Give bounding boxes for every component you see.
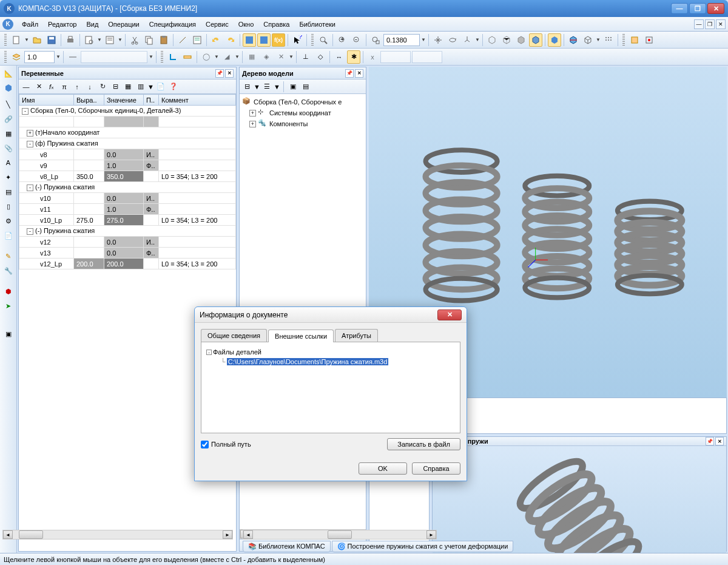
- zoom-dropdown[interactable]: ▼: [421, 37, 426, 42]
- table-row[interactable]: v8: [19, 149, 74, 160]
- lt-cube-icon[interactable]: [2, 81, 15, 95]
- vars-doc-icon[interactable]: 📄: [155, 81, 167, 93]
- file-group-node[interactable]: - Файлы деталей: [206, 347, 455, 357]
- tree-root[interactable]: 📦 Сборка (Тел-0, Сборочных е: [242, 96, 363, 107]
- zoom-window-button[interactable]: [369, 33, 382, 47]
- vars-tree-icon[interactable]: ⊟: [109, 81, 121, 93]
- vars-up-icon[interactable]: ↑: [71, 81, 83, 93]
- copy-button[interactable]: [143, 33, 156, 47]
- zoom-out-button[interactable]: -: [350, 33, 363, 47]
- measure-button[interactable]: [181, 50, 194, 64]
- mt-tree-icon[interactable]: ⊟: [241, 81, 253, 93]
- tab-attributes[interactable]: Атрибуты: [335, 329, 378, 342]
- rotate-button[interactable]: [446, 33, 459, 47]
- lt-stop-icon[interactable]: ⬢: [2, 285, 15, 298]
- pan-button[interactable]: [431, 33, 445, 47]
- lt-grid-icon[interactable]: ▦: [2, 127, 15, 140]
- expander-icon[interactable]: +: [249, 121, 256, 127]
- dim-button[interactable]: ↔: [332, 50, 346, 64]
- menu-operations[interactable]: Операции: [103, 19, 144, 30]
- file-path-node[interactable]: └ C:\Users\Глазунов\Documents\Пружина сж…: [206, 357, 455, 367]
- lt-sketch-icon[interactable]: ✎: [2, 249, 15, 263]
- vars-dash-icon[interactable]: —: [20, 81, 32, 93]
- expander-icon[interactable]: -: [206, 350, 212, 355]
- table-row[interactable]: v10: [19, 193, 74, 204]
- close-button[interactable]: ✕: [707, 3, 724, 14]
- dialog-titlebar[interactable]: Информация о документе ✕: [195, 307, 467, 323]
- open-button[interactable]: [30, 33, 44, 47]
- tree-node[interactable]: + ⊹ Системы координат: [242, 107, 363, 118]
- lt-gear-icon[interactable]: ⚙: [2, 214, 15, 228]
- table-row[interactable]: v13: [19, 248, 74, 259]
- link-button[interactable]: ✱: [347, 50, 360, 64]
- lt-text-icon[interactable]: A: [2, 156, 15, 169]
- style-button[interactable]: [66, 50, 79, 64]
- close-icon[interactable]: ✕: [355, 69, 363, 78]
- tab-external-links[interactable]: Внешние ссылки: [268, 330, 334, 342]
- pin-icon[interactable]: 📌: [215, 69, 224, 78]
- zoom-in-button[interactable]: +: [335, 33, 349, 47]
- properties-button[interactable]: [190, 33, 204, 47]
- panel2-button[interactable]: [257, 33, 271, 47]
- new-button[interactable]: [10, 33, 23, 47]
- bottom-tab-spring[interactable]: 🌀 Построение пружины сжатия с учетом деф…: [332, 541, 514, 552]
- section-button[interactable]: [567, 33, 580, 47]
- table-row[interactable]: -(-) Пружина сжатия: [19, 226, 236, 237]
- vars-col-icon[interactable]: ▥: [135, 81, 147, 93]
- lt-clip-icon[interactable]: 📎: [2, 141, 15, 155]
- lt-link-icon[interactable]: 🔗: [2, 112, 15, 126]
- ortho-button[interactable]: ⊥: [299, 50, 312, 64]
- table-row[interactable]: v12_Lp: [19, 259, 74, 269]
- vars-pi-icon[interactable]: π: [58, 81, 70, 93]
- orient-button[interactable]: [460, 33, 474, 47]
- menu-editor[interactable]: Редактор: [43, 19, 81, 30]
- full-path-checkbox-row[interactable]: Полный путь: [201, 441, 251, 448]
- toolbar-grip[interactable]: [4, 34, 7, 46]
- vars-down-icon[interactable]: ↓: [84, 81, 96, 93]
- snap3-button[interactable]: ◇: [314, 50, 327, 64]
- spec-dropdown[interactable]: ▼: [118, 37, 123, 42]
- print-button[interactable]: [64, 33, 77, 47]
- new-dropdown[interactable]: ▼: [24, 37, 29, 42]
- close-icon[interactable]: ✕: [715, 437, 724, 445]
- zoom-input[interactable]: [383, 34, 420, 46]
- col-name[interactable]: Имя: [19, 95, 74, 106]
- lt-list-icon[interactable]: ▤: [2, 185, 15, 198]
- mt-list-icon[interactable]: ☰: [261, 81, 273, 93]
- layers-button[interactable]: [10, 50, 23, 64]
- snap2-button[interactable]: ◈: [260, 50, 273, 64]
- help-pointer-button[interactable]: ?: [291, 33, 304, 47]
- menu-app-icon[interactable]: K: [2, 19, 13, 30]
- table-row[interactable]: +(т)Начало координат: [19, 127, 236, 138]
- col-expr[interactable]: Выра..: [74, 95, 104, 106]
- vars-hscroll[interactable]: ◄►: [2, 530, 233, 540]
- vars-help-icon[interactable]: ❓: [167, 81, 180, 93]
- eraser-button[interactable]: ◢: [220, 50, 234, 64]
- perspective-button[interactable]: [548, 33, 561, 47]
- tab-general[interactable]: Общие сведения: [201, 329, 267, 342]
- close-icon[interactable]: ✕: [225, 69, 234, 78]
- line-width-input[interactable]: [24, 51, 55, 63]
- menu-window[interactable]: Окно: [234, 19, 259, 30]
- rebuild-button[interactable]: [628, 33, 641, 47]
- fx-button[interactable]: f(x): [272, 33, 285, 47]
- dialog-close-button[interactable]: ✕: [437, 310, 462, 320]
- table-row[interactable]: -Сборка (Тел-0, Сборочных единиц-0, Дета…: [19, 106, 236, 117]
- menu-libraries[interactable]: Библиотеки: [294, 19, 340, 30]
- lt-edit-icon[interactable]: 📐: [2, 67, 15, 80]
- menu-help[interactable]: Справка: [258, 19, 294, 30]
- shaded-edges-button[interactable]: [529, 33, 542, 47]
- vars-fx-icon[interactable]: fₓ: [46, 81, 58, 93]
- mt-split-icon[interactable]: ▤: [300, 81, 312, 93]
- coord-x-button[interactable]: x: [366, 50, 379, 64]
- lt-tree-icon[interactable]: ▯: [2, 200, 15, 213]
- snap-button[interactable]: [642, 33, 656, 47]
- save-button[interactable]: [45, 33, 58, 47]
- table-row[interactable]: v12: [19, 237, 74, 248]
- mt-view-icon[interactable]: ▣: [287, 81, 299, 93]
- lt-compass-icon[interactable]: ✦: [2, 171, 15, 184]
- bottom-tab-libraries[interactable]: 📚 Библиотеки КОМПАС: [243, 541, 331, 552]
- table-row[interactable]: -(ф) Пружина сжатия: [19, 138, 236, 149]
- spec-button[interactable]: [103, 33, 116, 47]
- vars-x-icon[interactable]: ✕: [33, 81, 45, 93]
